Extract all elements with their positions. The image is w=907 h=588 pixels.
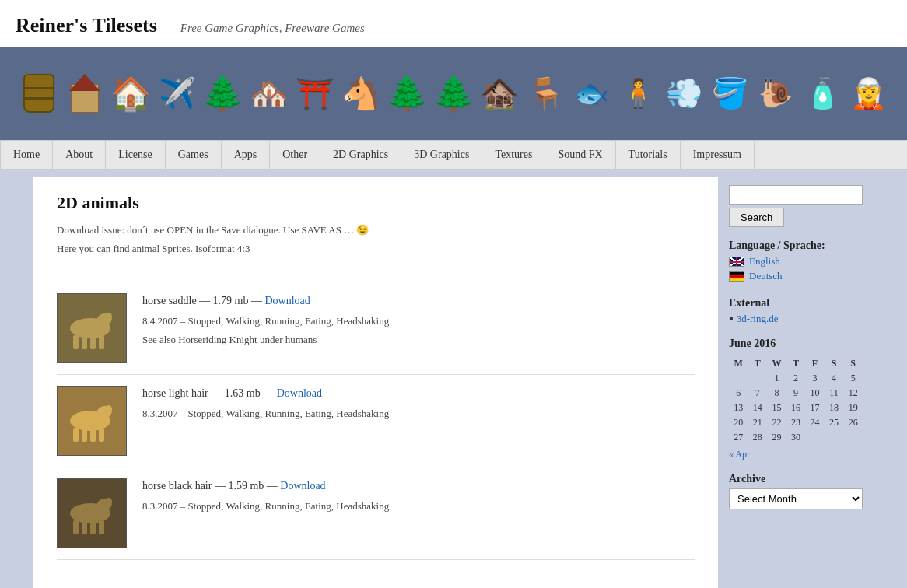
calendar-day-cell[interactable]: 15: [767, 401, 786, 415]
bullet-icon: ▪: [729, 313, 734, 325]
calendar-day-cell[interactable]: 19: [843, 401, 863, 415]
nav-item-about[interactable]: About: [53, 141, 106, 169]
animal-download-horse-light[interactable]: Download: [277, 387, 322, 399]
calendar-day-cell[interactable]: 18: [825, 401, 844, 415]
nav-item-apps[interactable]: Apps: [222, 141, 271, 169]
calendar-day-cell[interactable]: 5: [843, 371, 863, 386]
calendar-day-cell[interactable]: 21: [748, 415, 768, 430]
animal-info-horse-black: horse black hair — 1.59 mb — Download8.3…: [142, 478, 695, 548]
calendar-day-cell[interactable]: 17: [805, 401, 825, 415]
page-title: 2D animals: [57, 193, 695, 213]
calendar-day-cell[interactable]: 30: [786, 430, 806, 445]
svg-rect-4: [90, 335, 96, 349]
flag-uk-icon: [729, 257, 744, 267]
nav-item-other[interactable]: Other: [270, 141, 320, 169]
calendar-week-row: 13141516171819: [729, 401, 863, 415]
calendar-prev-link[interactable]: « Apr: [729, 449, 750, 460]
search-button[interactable]: Search: [729, 208, 784, 227]
banner-icon-canister: 🧴: [800, 66, 846, 121]
calendar-week-row: 20212223242526: [729, 415, 863, 430]
site-title: Reiner's Tilesets: [16, 14, 157, 37]
calendar-day-cell[interactable]: 24: [805, 415, 825, 430]
animal-entry-horse-saddle: horse saddle — 1.79 mb — Download8.4.200…: [57, 282, 695, 375]
calendar-day-cell[interactable]: 14: [748, 401, 768, 415]
animal-meta1-horse-black: 8.3.2007 – Stopped, Walking, Running, Ea…: [142, 500, 695, 513]
calendar-day-cell[interactable]: 11: [825, 386, 844, 401]
search-input[interactable]: [729, 185, 863, 205]
svg-rect-16: [73, 520, 79, 534]
calendar-day-cell[interactable]: 25: [825, 415, 844, 430]
calendar-day-cell[interactable]: 8: [767, 386, 786, 401]
animal-thumb-horse-saddle: [57, 293, 127, 363]
animal-info-horse-saddle: horse saddle — 1.79 mb — Download8.4.200…: [142, 293, 695, 363]
calendar-day-cell[interactable]: 29: [767, 430, 786, 445]
page-subtitle: Here you can find animal Sprites. Isofor…: [57, 243, 695, 255]
calendar-day-cell[interactable]: 22: [767, 415, 786, 430]
calendar-day-cell[interactable]: 9: [786, 386, 806, 401]
language-section: Language / Sprache: English Deutsch: [729, 240, 863, 285]
calendar-day-cell[interactable]: 7: [748, 386, 768, 401]
calendar-day-cell[interactable]: 1: [767, 371, 786, 386]
search-box: Search: [729, 185, 863, 227]
banner-icon-windmill: 💨: [661, 66, 707, 121]
lang-english-link[interactable]: English: [749, 255, 780, 268]
archive-title: Archive: [729, 473, 863, 485]
calendar-day-cell[interactable]: 20: [729, 415, 748, 430]
nav-item-impressum[interactable]: Impressum: [681, 141, 755, 169]
nav-item-license[interactable]: License: [106, 141, 166, 169]
banner-icon-tree2: 🌲: [384, 66, 430, 121]
calendar-day-cell: [729, 371, 748, 386]
svg-rect-19: [99, 520, 104, 534]
animal-entry-horse-black: horse black hair — 1.59 mb — Download8.3…: [57, 467, 695, 560]
animal-thumb-horse-light: [57, 386, 127, 456]
nav-item-sound-fx[interactable]: Sound FX: [545, 141, 615, 169]
calendar-day-cell[interactable]: 16: [786, 401, 806, 415]
calendar-day-cell: [825, 430, 844, 445]
nav-item-2d-graphics[interactable]: 2D Graphics: [320, 141, 401, 169]
main-wrapper: 2D animals Download issue: don´t use OPE…: [0, 170, 907, 588]
calendar-section: June 2016 MTWTFSS 1234567891011121314151…: [729, 338, 863, 460]
calendar-day-cell[interactable]: 2: [786, 371, 806, 386]
calendar-day-cell[interactable]: 4: [825, 371, 844, 386]
banner-icon-house1: [61, 66, 107, 121]
archive-select[interactable]: Select Month: [729, 488, 863, 509]
calendar-day-cell[interactable]: 23: [786, 415, 806, 430]
banner-icon-house2: 🏠: [108, 66, 154, 121]
calendar-day-cell[interactable]: 26: [843, 415, 863, 430]
animal-title-horse-light: horse light hair — 1.63 mb — Download: [142, 387, 695, 400]
nav-item-home[interactable]: Home: [0, 141, 53, 169]
main-content: 2D animals Download issue: don´t use OPE…: [33, 177, 718, 588]
animal-download-horse-black[interactable]: Download: [280, 480, 325, 492]
calendar-day-cell[interactable]: 27: [729, 430, 748, 445]
nav-item-textures[interactable]: Textures: [482, 141, 545, 169]
banner-icon-plane: ✈️: [154, 66, 200, 121]
calendar-day-cell[interactable]: 10: [805, 386, 825, 401]
nav-item-3d-graphics[interactable]: 3D Graphics: [401, 141, 482, 169]
external-link-3dring[interactable]: 3d-ring.de: [737, 313, 779, 325]
calendar-day-cell[interactable]: 6: [729, 386, 748, 401]
nav-item-tutorials[interactable]: Tutorials: [616, 141, 681, 169]
nav-bar: HomeAboutLicenseGamesAppsOther2D Graphic…: [0, 140, 907, 170]
calendar-day-cell: [843, 430, 863, 445]
calendar-day-cell[interactable]: 3: [805, 371, 825, 386]
animal-entry-horse-light: horse light hair — 1.63 mb — Download8.3…: [57, 375, 695, 467]
lang-deutsch-link[interactable]: Deutsch: [749, 270, 783, 282]
calendar-header-cell: M: [729, 356, 748, 371]
svg-point-20: [106, 498, 112, 506]
language-title: Language / Sprache:: [729, 240, 863, 252]
sidebar: Search Language / Sprache: English Deuts…: [718, 177, 874, 588]
flag-de-icon: [729, 271, 744, 282]
external-title: External: [729, 297, 863, 310]
download-notice: Download issue: don´t use OPEN in the Sa…: [57, 224, 695, 236]
animal-title-horse-black: horse black hair — 1.59 mb — Download: [142, 480, 695, 492]
calendar-day-cell[interactable]: 13: [729, 401, 748, 415]
calendar-week-row: 27282930: [729, 430, 863, 445]
calendar-day-cell[interactable]: 12: [843, 386, 863, 401]
animal-download-horse-saddle[interactable]: Download: [264, 295, 310, 306]
animal-meta1-horse-saddle: 8.4.2007 – Stopped, Walking, Running, Ea…: [142, 315, 695, 327]
nav-item-games[interactable]: Games: [166, 141, 222, 169]
lang-deutsch[interactable]: Deutsch: [729, 270, 863, 282]
lang-english[interactable]: English: [729, 255, 863, 268]
calendar-day-cell[interactable]: 28: [748, 430, 768, 445]
banner-icon-well: 🪣: [707, 66, 753, 121]
